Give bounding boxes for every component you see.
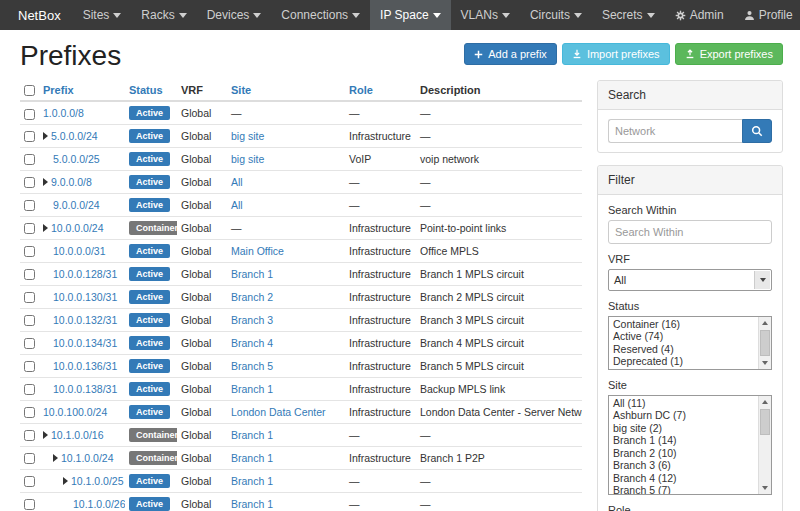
search-input[interactable] — [608, 119, 742, 143]
row-checkbox[interactable] — [24, 246, 35, 257]
row-checkbox[interactable] — [24, 177, 35, 188]
row-checkbox[interactable] — [24, 292, 35, 303]
site-link[interactable]: All — [231, 199, 243, 211]
sort-link[interactable]: Status — [129, 84, 163, 96]
listbox-option[interactable]: Container (16) — [610, 318, 756, 331]
nav-item-sites[interactable]: Sites — [73, 0, 132, 30]
row-checkbox[interactable] — [24, 223, 35, 234]
scrollbar-thumb[interactable] — [760, 330, 770, 356]
prefix-link[interactable]: 5.0.0.0/24 — [51, 130, 98, 142]
prefix-link[interactable]: 10.0.0.136/31 — [53, 360, 117, 372]
import-prefixes-button[interactable]: Import prefixes — [562, 43, 670, 65]
listbox-scrollbar[interactable] — [758, 317, 771, 369]
listbox-option[interactable]: Reserved (4) — [610, 343, 756, 356]
row-checkbox[interactable] — [24, 384, 35, 395]
nav-item-profile[interactable]: Profile — [734, 0, 800, 30]
scroll-up-icon[interactable] — [759, 317, 771, 329]
prefix-link[interactable]: 10.0.0.128/31 — [53, 268, 117, 280]
nav-item-ip-space[interactable]: IP Space — [370, 0, 450, 30]
prefix-link[interactable]: 9.0.0.0/24 — [53, 199, 100, 211]
add-a-prefix-button[interactable]: Add a prefix — [464, 43, 557, 65]
row-checkbox[interactable] — [24, 338, 35, 349]
listbox-option[interactable]: Branch 2 (10) — [610, 447, 756, 460]
listbox-option[interactable]: Active (74) — [610, 330, 756, 343]
listbox-option[interactable]: Deprecated (1) — [610, 355, 756, 368]
nav-item-admin[interactable]: Admin — [665, 0, 734, 30]
prefix-cell: 10.0.0.0/31 — [39, 239, 125, 262]
site-link[interactable]: Branch 1 — [231, 475, 273, 487]
nav-item-racks[interactable]: Racks — [131, 0, 196, 30]
listbox-scrollbar[interactable] — [758, 396, 771, 494]
search-button[interactable] — [742, 119, 772, 143]
row-checkbox[interactable] — [24, 430, 35, 441]
listbox-option[interactable]: Branch 3 (6) — [610, 459, 756, 472]
nav-item-vlans[interactable]: VLANs — [451, 0, 520, 30]
site-link[interactable]: Branch 1 — [231, 452, 273, 464]
listbox-option[interactable]: All (11) — [610, 397, 756, 410]
row-checkbox[interactable] — [24, 131, 35, 142]
prefix-link[interactable]: 10.0.0.130/31 — [53, 291, 117, 303]
prefix-link[interactable]: 5.0.0.0/25 — [53, 153, 100, 165]
site-link[interactable]: Branch 5 — [231, 360, 273, 372]
prefix-link[interactable]: 1.0.0.0/8 — [43, 107, 84, 119]
row-checkbox[interactable] — [24, 200, 35, 211]
site-link[interactable]: Branch 4 — [231, 337, 273, 349]
listbox-option[interactable]: Branch 4 (12) — [610, 472, 756, 485]
site-link[interactable]: Branch 3 — [231, 314, 273, 326]
prefix-link[interactable]: 10.1.0.0/25 — [71, 475, 124, 487]
prefix-link[interactable]: 10.0.0.134/31 — [53, 337, 117, 349]
row-checkbox[interactable] — [24, 499, 35, 510]
prefix-link[interactable]: 10.1.0.0/26 — [73, 498, 125, 510]
prefix-cell: 10.0.0.128/31 — [39, 262, 125, 285]
search-within-input[interactable] — [608, 220, 772, 244]
row-checkbox[interactable] — [24, 154, 35, 165]
nav-item-circuits[interactable]: Circuits — [520, 0, 592, 30]
sort-link[interactable]: Prefix — [43, 84, 74, 96]
row-checkbox[interactable] — [24, 361, 35, 372]
nav-item-connections[interactable]: Connections — [271, 0, 370, 30]
site-link[interactable]: big site — [231, 130, 264, 142]
scroll-down-icon[interactable] — [759, 482, 771, 494]
nav-item-devices[interactable]: Devices — [197, 0, 272, 30]
listbox-option[interactable]: Branch 1 (14) — [610, 434, 756, 447]
export-prefixes-button[interactable]: Export prefixes — [675, 43, 783, 65]
scroll-down-icon[interactable] — [759, 357, 771, 369]
site-link[interactable]: Branch 1 — [231, 383, 273, 395]
site-link[interactable]: Branch 2 — [231, 291, 273, 303]
prefix-link[interactable]: 10.0.100.0/24 — [43, 406, 107, 418]
prefix-link[interactable]: 10.0.0.0/24 — [51, 222, 104, 234]
site-link[interactable]: big site — [231, 153, 264, 165]
row-checkbox[interactable] — [24, 453, 35, 464]
site-link[interactable]: All — [231, 176, 243, 188]
prefix-link[interactable]: 9.0.0.0/8 — [51, 176, 92, 188]
app-brand[interactable]: NetBox — [6, 0, 73, 30]
sort-link[interactable]: Role — [349, 84, 373, 96]
sort-link[interactable]: Site — [231, 84, 251, 96]
listbox-option[interactable]: big site (2) — [610, 422, 756, 435]
site-link[interactable]: Branch 1 — [231, 268, 273, 280]
prefix-link[interactable]: 10.0.0.132/31 — [53, 314, 117, 326]
prefix-link[interactable]: 10.0.0.138/31 — [53, 383, 117, 395]
row-checkbox[interactable] — [24, 476, 35, 487]
site-listbox[interactable]: All (11)Ashburn DC (7)big site (2)Branch… — [608, 395, 772, 495]
scroll-up-icon[interactable] — [759, 396, 771, 408]
site-link[interactable]: Branch 1 — [231, 498, 273, 510]
row-checkbox[interactable] — [24, 315, 35, 326]
site-link[interactable]: London Data Center — [231, 406, 326, 418]
site-link[interactable]: Main Office — [231, 245, 284, 257]
nav-item-secrets[interactable]: Secrets — [592, 0, 665, 30]
prefix-link[interactable]: 10.1.0.0/24 — [61, 452, 114, 464]
row-checkbox[interactable] — [24, 407, 35, 418]
listbox-option[interactable]: Ashburn DC (7) — [610, 409, 756, 422]
row-checkbox[interactable] — [24, 269, 35, 280]
prefix-wrap: 10.0.100.0/24 — [43, 406, 107, 418]
vrf-select[interactable]: All — [608, 269, 772, 291]
row-checkbox[interactable] — [24, 109, 35, 120]
listbox-option[interactable]: Branch 5 (7) — [610, 484, 756, 495]
status-listbox[interactable]: Container (16)Active (74)Reserved (4)Dep… — [608, 316, 772, 370]
select-all-checkbox[interactable] — [24, 85, 35, 96]
scrollbar-thumb[interactable] — [760, 409, 770, 435]
prefix-link[interactable]: 10.0.0.0/31 — [53, 245, 106, 257]
site-link[interactable]: Branch 1 — [231, 429, 273, 441]
prefix-link[interactable]: 10.1.0.0/16 — [51, 429, 104, 441]
